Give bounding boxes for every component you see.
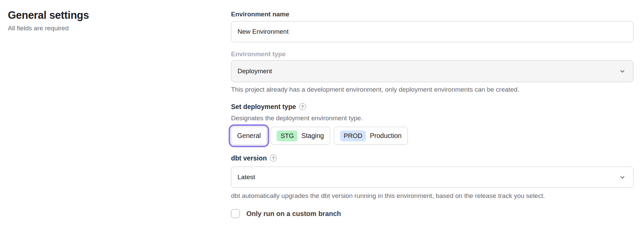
custom-branch-row: Only run on a custom branch <box>231 209 633 218</box>
dbt-version-helper: dbt automatically upgrades the dbt versi… <box>231 192 633 200</box>
page-heading: General settings All fields are required <box>8 9 89 32</box>
production-button-label: Production <box>370 132 401 140</box>
environment-name-input[interactable] <box>231 21 633 42</box>
deployment-type-production-button[interactable]: PROD Production <box>334 127 408 145</box>
custom-branch-checkbox[interactable] <box>231 209 240 218</box>
deployment-type-general-button[interactable]: General <box>231 127 267 145</box>
general-button-label: General <box>237 132 261 140</box>
dbt-version-label: dbt version <box>231 154 267 162</box>
deployment-type-staging-button[interactable]: STG Staging <box>271 127 330 145</box>
deployment-type-label: Set deployment type <box>231 103 296 111</box>
page-title: General settings <box>8 9 89 21</box>
dbt-version-header: dbt version ? <box>231 154 633 162</box>
help-icon[interactable]: ? <box>299 103 306 110</box>
dbt-version-select[interactable]: Latest <box>231 167 633 188</box>
deployment-type-header: Set deployment type ? <box>231 103 633 111</box>
environment-type-helper: This project already has a development e… <box>231 86 633 93</box>
page-subtitle: All fields are required <box>8 25 89 32</box>
deployment-type-helper: Designates the deployment environment ty… <box>231 114 633 122</box>
staging-badge: STG <box>277 130 297 141</box>
staging-button-label: Staging <box>301 132 324 140</box>
deployment-type-options: General STG Staging PROD Production <box>231 127 633 145</box>
environment-type-label: Environment type <box>231 50 633 58</box>
environment-type-value: Deployment <box>237 67 272 75</box>
help-icon[interactable]: ? <box>270 155 277 161</box>
dbt-version-value: Latest <box>237 173 255 181</box>
custom-branch-label: Only run on a custom branch <box>246 210 341 218</box>
environment-type-select: Deployment <box>231 60 633 82</box>
general-settings-form: Environment name Environment type Deploy… <box>231 0 633 218</box>
chevron-down-icon <box>619 174 626 181</box>
environment-name-label: Environment name <box>231 11 633 18</box>
chevron-down-icon <box>619 68 626 75</box>
production-badge: PROD <box>340 130 366 141</box>
